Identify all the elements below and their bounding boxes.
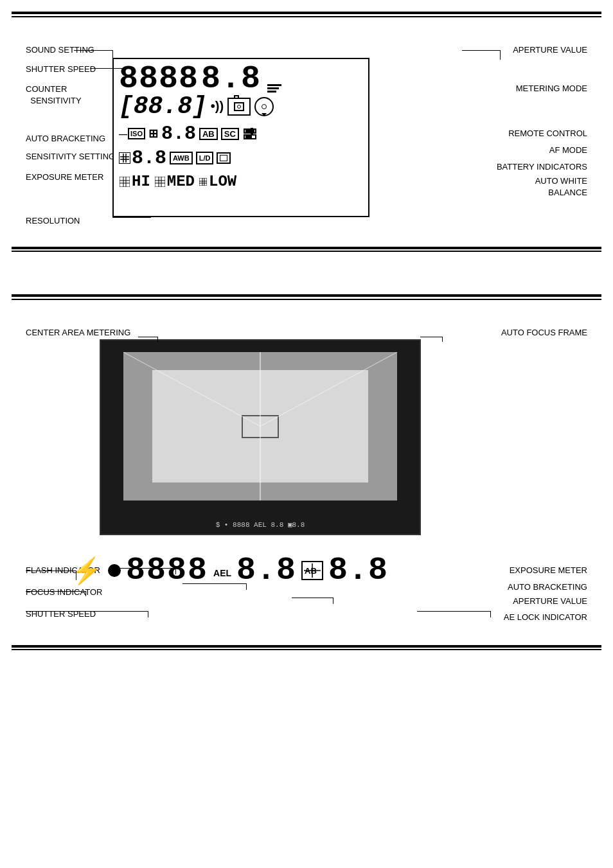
label-auto-white-balance: AUTO WHITEBALANCE: [535, 175, 587, 199]
lcd-iso-value: 8.8: [161, 123, 196, 145]
lcd-decimal-digits: 8.8: [201, 63, 261, 95]
lcd-exposure-value: 8.8: [132, 147, 166, 169]
lcd-main-digits: 8888: [119, 63, 199, 95]
label-resolution: RESOLUTION: [26, 216, 80, 226]
viewfinder-outer: $ • 8888 AEL 8.8 ▣8.8: [100, 339, 421, 535]
label-metering-mode: METERING MODE: [516, 84, 587, 93]
display-shutter-digits: 8888: [126, 554, 208, 587]
lcd-ld-box: L/D: [196, 152, 214, 164]
label-aperture-value-b: APERTURE VALUE: [513, 596, 587, 606]
svg-line-19: [123, 352, 260, 427]
label-auto-bracketing-b: AUTO BRACKETING: [508, 582, 587, 592]
lcd-sc-box: SC: [221, 128, 239, 140]
label-exposure-meter: EXPOSURE METER: [26, 172, 103, 182]
lcd-hi-text: HI: [132, 173, 150, 190]
label-auto-bracketing: AUTO BRACKETING: [26, 134, 105, 143]
viewfinder-inner: [123, 352, 397, 500]
display-ab-aperture: 8.8: [328, 554, 388, 587]
display-ael-text: AEL: [213, 569, 231, 578]
label-ae-lock-indicator: AE LOCK INDICATOR: [504, 612, 587, 622]
lcd-card-icon: [217, 152, 231, 164]
lcd-camera-icon: [227, 98, 251, 116]
lcd-timer-icon: [254, 97, 274, 116]
lcd-grid-med-icon: [154, 176, 166, 188]
lcd-display: 8888 8.8 [88.8] •)): [112, 58, 369, 217]
lcd-plusminus-icon: ⊞: [148, 127, 158, 141]
display-aperture: 8.8: [236, 554, 296, 587]
svg-line-20: [260, 352, 397, 427]
lcd-grid-icon: [119, 152, 130, 164]
label-center-area-metering: CENTER AREA METERING: [26, 328, 130, 337]
lcd-grid-low-icon: [199, 177, 208, 186]
lcd-battery-icon: [244, 128, 256, 139]
finder-display-row: ⚡ 8888 AEL 8.8 AB 8.8: [71, 554, 388, 587]
svg-rect-9: [155, 177, 165, 187]
lcd-ab-box: AB: [199, 128, 218, 140]
display-ab-icon: AB: [301, 561, 323, 580]
label-auto-focus-frame: AUTO FOCUS FRAME: [501, 328, 587, 337]
lcd-sound-icon: •)): [211, 99, 224, 114]
lcd-med-text: MED: [167, 173, 195, 190]
svg-rect-4: [120, 177, 130, 187]
label-aperture-value: APERTURE VALUE: [513, 45, 587, 55]
focus-dot: [108, 564, 121, 577]
label-counter-sensitivity: COUNTER SENSITIVITY: [26, 84, 82, 107]
svg-rect-14: [199, 178, 207, 186]
lcd-low-text: LOW: [209, 173, 236, 190]
viewfinder-status: $ • 8888 AEL 8.8 ▣8.8: [101, 520, 420, 529]
label-remote-control: REMOTE CONTROL: [508, 128, 587, 138]
label-focus-indicator: FOCUS INDICATOR: [26, 587, 102, 597]
label-exposure-meter-b: EXPOSURE METER: [510, 565, 587, 575]
lcd-bracket-display: [88.8]: [119, 93, 207, 120]
label-shutter-speed: SHUTTER SPEED: [26, 64, 96, 74]
label-af-mode: AF MODE: [549, 145, 587, 155]
label-sensitivity-setting: SENSITIVITY SETTING: [26, 152, 115, 161]
lcd-awb-box: AWB: [170, 152, 193, 164]
label-battery-indicators: BATTERY INDICATORS: [497, 162, 587, 172]
lcd-grid-hi-icon: [119, 176, 130, 188]
